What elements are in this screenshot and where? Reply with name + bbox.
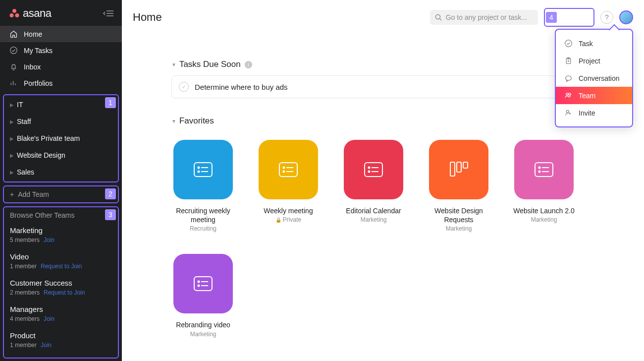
info-icon[interactable]: i	[245, 61, 252, 68]
lock-icon: 🔒	[275, 217, 281, 223]
main: Home Go to any project or task... 4 + Ne…	[122, 0, 644, 361]
favorites-grid: Recruiting weekly meetingRecruitingWeekl…	[171, 140, 632, 348]
new-menu-task[interactable]: Task	[556, 35, 632, 52]
tile-icon	[173, 140, 233, 199]
add-team-label: Add Team	[18, 190, 49, 198]
favorite-title: Website Launch 2.0	[512, 206, 576, 215]
avatar[interactable]	[619, 10, 633, 24]
nav-home[interactable]: Home	[0, 26, 122, 42]
search-input[interactable]: Go to any project or task...	[430, 10, 538, 25]
new-button-callout: 4 + New	[544, 8, 594, 27]
caret-right-icon: ▶	[10, 119, 13, 124]
search-placeholder: Go to any project or task...	[446, 13, 527, 21]
other-team-name[interactable]: Product	[10, 331, 112, 340]
nav-portfolios[interactable]: Portfolios	[0, 75, 122, 91]
member-count: 1 member	[10, 342, 37, 349]
team-row[interactable]: ▶Sales	[4, 164, 118, 180]
favorite-tile[interactable]: Rebranding videoMarketing	[171, 254, 235, 337]
new-menu-project[interactable]: Project	[556, 52, 632, 69]
nav-inbox[interactable]: Inbox	[0, 59, 122, 75]
plus-icon: +	[566, 13, 570, 21]
caret-right-icon: ▶	[10, 153, 13, 158]
svg-point-16	[283, 171, 285, 173]
member-count: 1 member	[10, 263, 37, 270]
join-action[interactable]: Request to Join	[41, 263, 82, 270]
favorite-title: Rebranding video	[171, 320, 235, 329]
other-team: Managers4 membersJoin	[4, 303, 118, 329]
callout-badge-3: 3	[105, 209, 116, 220]
join-action[interactable]: Join	[41, 342, 52, 349]
tile-icon	[259, 140, 318, 199]
menu-label: Conversation	[579, 74, 620, 82]
check-icon	[9, 46, 18, 55]
other-team-name[interactable]: Video	[10, 252, 112, 261]
favorite-tile[interactable]: Editorial CalendarMarketing	[342, 140, 405, 232]
tile-icon	[514, 140, 574, 199]
team-row[interactable]: ▶Staff	[4, 113, 118, 130]
nav-links: HomeMy TasksInboxPortfolios	[0, 25, 122, 91]
bars-icon	[9, 79, 18, 87]
favorite-title: Recruiting weekly meeting	[171, 206, 235, 224]
logo[interactable]: asana	[9, 7, 51, 20]
callout-badge-1: 1	[105, 97, 116, 108]
team-row[interactable]: ▶Blake's Private team	[4, 130, 118, 147]
chevron-down-icon[interactable]: ▼	[171, 62, 176, 67]
team-row[interactable]: ▶Website Design	[4, 147, 118, 164]
svg-point-1	[10, 13, 14, 17]
new-menu-team[interactable]: Team	[556, 87, 632, 104]
svg-rect-23	[535, 163, 553, 177]
nav-label: Inbox	[24, 63, 41, 71]
svg-rect-21	[457, 162, 461, 172]
favorite-tile[interactable]: Website Launch 2.0Marketing	[512, 140, 576, 232]
complete-task-icon[interactable]: ✓	[179, 82, 189, 92]
people-icon	[564, 91, 573, 100]
favorite-tile[interactable]: Website Design RequestsMarketing	[427, 140, 490, 232]
svg-point-13	[198, 171, 200, 173]
caret-right-icon: ▶	[10, 102, 13, 108]
svg-point-19	[369, 171, 370, 173]
page-title: Home	[133, 11, 424, 24]
svg-point-28	[198, 285, 200, 287]
svg-point-12	[198, 167, 200, 169]
nav-label: Portfolios	[24, 79, 53, 87]
new-button-label: New	[573, 13, 587, 21]
join-action[interactable]: Join	[44, 315, 54, 322]
favorite-subtitle: Marketing	[427, 225, 490, 232]
favorite-tile[interactable]: Weekly meeting🔒Private	[257, 140, 320, 232]
menu-label: Project	[579, 57, 600, 65]
help-button[interactable]: ?	[600, 11, 613, 24]
svg-rect-11	[194, 163, 212, 177]
search-icon	[435, 14, 442, 21]
svg-point-0	[12, 9, 16, 13]
caret-right-icon: ▶	[10, 170, 13, 175]
svg-rect-17	[365, 163, 382, 177]
new-button[interactable]: + New	[560, 10, 592, 25]
svg-rect-14	[279, 163, 297, 177]
other-team-name[interactable]: Marketing	[10, 226, 112, 235]
new-menu-invite[interactable]: Invite	[556, 104, 632, 121]
caret-right-icon: ▶	[10, 136, 13, 141]
add-team-button[interactable]: + Add Team	[4, 186, 118, 202]
home-icon	[9, 30, 18, 38]
team-row[interactable]: ▶IT	[4, 96, 118, 113]
new-menu-conversation[interactable]: Conversation	[556, 69, 632, 87]
collapse-sidebar-icon[interactable]	[103, 9, 114, 17]
nav-label: My Tasks	[24, 47, 53, 55]
favorite-tile[interactable]: Recruiting weekly meetingRecruiting	[171, 140, 235, 232]
join-action[interactable]: Join	[44, 237, 54, 243]
favorite-title: Weekly meeting	[257, 206, 320, 215]
join-action[interactable]: Request to Join	[44, 289, 85, 296]
nav-my-tasks[interactable]: My Tasks	[0, 42, 122, 59]
member-count: 2 members	[10, 289, 40, 296]
other-team-name[interactable]: Customer Success	[10, 279, 112, 287]
favorite-title: Editorial Calendar	[342, 206, 405, 215]
other-team-name[interactable]: Managers	[10, 305, 112, 313]
favorite-subtitle: Marketing	[342, 216, 405, 223]
nav-label: Home	[24, 30, 42, 38]
browse-teams-header: Browse Other Teams	[4, 208, 118, 224]
svg-point-15	[283, 167, 285, 169]
check-icon	[564, 39, 573, 48]
task-title: Determine where to buy ads	[195, 83, 576, 91]
chevron-down-icon[interactable]: ▼	[171, 119, 176, 124]
callout-badge-2: 2	[105, 188, 116, 199]
